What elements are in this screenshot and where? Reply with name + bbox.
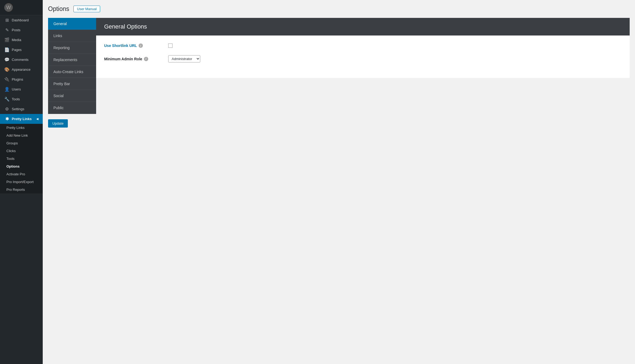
update-button[interactable]: Update (48, 119, 68, 128)
shortlink-label: Use Shortlink URL i (104, 43, 163, 48)
sidebar-item-appearance[interactable]: 🎨 Appearance (0, 65, 43, 74)
sidebar-sub-pretty-links[interactable]: Pretty Links (0, 124, 43, 132)
role-select[interactable]: Administrator Editor Author Contributor … (168, 55, 200, 62)
sidebar-item-label: Tools (12, 97, 20, 101)
page-title: Options (48, 5, 69, 13)
options-tabs: General Links Reporting Replacements Aut… (48, 18, 96, 114)
tab-pretty-bar[interactable]: Pretty Bar (48, 78, 96, 90)
main-content: Options User Manual General Links Report… (43, 0, 635, 364)
options-panel-body: Use Shortlink URL i Minimum Admin Role i… (96, 35, 630, 78)
sidebar-item-label: Appearance (12, 68, 30, 72)
sidebar-item-label: Users (12, 87, 21, 91)
sidebar-item-posts[interactable]: ✎ Posts (0, 25, 43, 35)
appearance-icon: 🎨 (4, 67, 10, 72)
sidebar-sub-items: Pretty Links Add New Link Groups Clicks … (0, 124, 43, 193)
options-panel-title: General Options (104, 23, 622, 30)
min-admin-role-row: Minimum Admin Role i Administrator Edito… (104, 55, 622, 62)
sidebar-sub-activate-pro[interactable]: Activate Pro (0, 170, 43, 178)
pages-icon: 📄 (4, 47, 10, 52)
tab-social[interactable]: Social (48, 90, 96, 102)
sidebar-item-label: Comments (12, 58, 29, 62)
sidebar-sub-groups[interactable]: Groups (0, 139, 43, 147)
sidebar-sub-add-new-link[interactable]: Add New Link (0, 132, 43, 139)
sidebar-item-pages[interactable]: 📄 Pages (0, 45, 43, 55)
tab-links[interactable]: Links (48, 30, 96, 42)
sidebar-item-media[interactable]: 🎬 Media (0, 35, 43, 45)
options-panel: General Options Use Shortlink URL i (96, 18, 630, 78)
sidebar-sub-clicks[interactable]: Clicks (0, 147, 43, 155)
comments-icon: 💬 (4, 57, 10, 62)
sidebar-logo: W (0, 0, 43, 15)
plugins-icon: 🔌 (4, 77, 10, 82)
tab-replacements[interactable]: Replacements (48, 54, 96, 66)
sidebar-sub-pro-import-export[interactable]: Pro Import/Export (0, 178, 43, 186)
wp-logo-icon: W (4, 3, 13, 12)
tab-auto-create-links[interactable]: Auto-Create Links (48, 66, 96, 78)
sidebar-sub-options[interactable]: Options (0, 163, 43, 170)
sidebar-item-users[interactable]: 👤 Users (0, 84, 43, 94)
chevron-icon: ◀ (36, 117, 38, 120)
page-header: Options User Manual (48, 5, 630, 13)
settings-icon: ⚙ (4, 106, 10, 112)
sidebar-item-label: Plugins (12, 77, 23, 81)
tools-icon: 🔧 (4, 97, 10, 102)
media-icon: 🎬 (4, 37, 10, 42)
posts-icon: ✎ (4, 27, 10, 33)
pretty-links-icon: ✱ (4, 116, 10, 121)
shortlink-url-link[interactable]: Use Shortlink URL (104, 43, 137, 48)
options-panel-header: General Options (96, 18, 630, 35)
sidebar-item-label: Media (12, 38, 21, 42)
sidebar-sub-tools[interactable]: Tools (0, 155, 43, 163)
sidebar-item-label: Dashboard (12, 18, 29, 22)
min-admin-role-label: Minimum Admin Role i (104, 57, 163, 61)
users-icon: 👤 (4, 87, 10, 92)
sidebar-sub-pro-reports[interactable]: Pro Reports (0, 186, 43, 193)
tab-reporting[interactable]: Reporting (48, 42, 96, 54)
sidebar: W ⊞ Dashboard ✎ Posts 🎬 Media 📄 Pages 💬 … (0, 0, 43, 364)
sidebar-item-comments[interactable]: 💬 Comments (0, 55, 43, 65)
sidebar-nav: ⊞ Dashboard ✎ Posts 🎬 Media 📄 Pages 💬 Co… (0, 15, 43, 364)
sidebar-item-label: Pages (12, 48, 22, 52)
tab-general[interactable]: General (48, 18, 96, 30)
shortlink-url-row: Use Shortlink URL i (104, 43, 622, 48)
dashboard-icon: ⊞ (4, 18, 10, 23)
sidebar-item-settings[interactable]: ⚙ Settings (0, 104, 43, 114)
shortlink-info-icon[interactable]: i (139, 43, 143, 48)
sidebar-item-label: Settings (12, 107, 24, 111)
options-container: General Links Reporting Replacements Aut… (48, 18, 630, 114)
user-manual-button[interactable]: User Manual (73, 6, 100, 12)
page-content: Options User Manual General Links Report… (43, 0, 635, 364)
sidebar-item-plugins[interactable]: 🔌 Plugins (0, 74, 43, 84)
sidebar-pretty-links-header[interactable]: ✱ Pretty Links ◀ (0, 114, 43, 124)
sidebar-item-label: Posts (12, 28, 21, 32)
tab-public[interactable]: Public (48, 102, 96, 114)
pretty-links-label: Pretty Links (12, 117, 32, 121)
sidebar-item-dashboard[interactable]: ⊞ Dashboard (0, 15, 43, 25)
shortlink-checkbox[interactable] (168, 43, 173, 48)
sidebar-item-tools[interactable]: 🔧 Tools (0, 94, 43, 104)
min-admin-role-info-icon[interactable]: i (144, 57, 148, 61)
